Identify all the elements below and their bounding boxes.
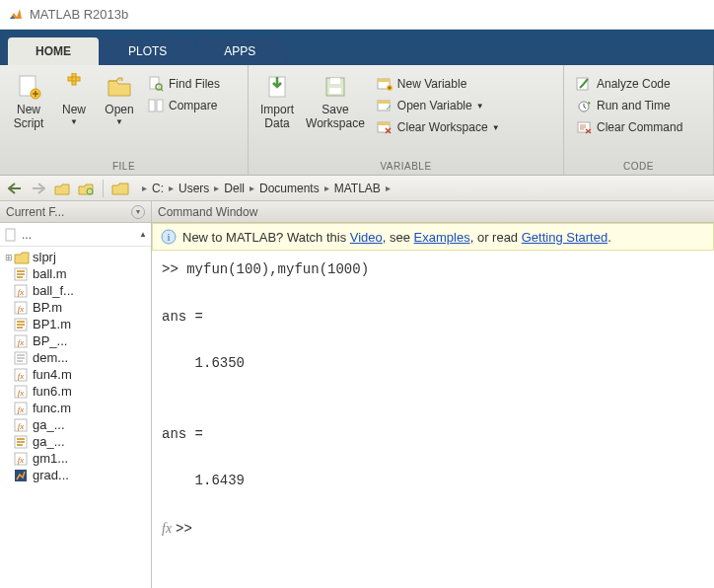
nav-browse-button[interactable] [75, 179, 97, 198]
current-folder-panel: Current F... ▾ ... ▲ ⊞slprjball.mfxball_… [0, 201, 152, 588]
nav-up-button[interactable] [51, 179, 73, 198]
clear-commands-label: Clear Command [597, 120, 682, 134]
file-type-icon: fx [14, 334, 30, 348]
import-data-button[interactable]: Import Data [254, 69, 300, 134]
open-button[interactable]: Open ▼ [97, 69, 142, 130]
ribbon-group-variable-label: VARIABLE [249, 159, 563, 175]
svg-rect-30 [17, 276, 23, 278]
video-link[interactable]: Video [350, 230, 383, 245]
chevron-down-icon: ▼ [70, 117, 78, 126]
svg-text:fx: fx [18, 337, 25, 347]
svg-text:fx: fx [18, 371, 25, 381]
svg-text:fx: fx [18, 287, 25, 297]
run-and-time-icon [576, 98, 592, 113]
run-and-time-button[interactable]: Run and Time [570, 95, 688, 116]
file-item[interactable]: fxfun6.m [2, 383, 149, 400]
ribbon-group-code: Analyze Code Run and Time Clear Command … [564, 65, 714, 175]
breadcrumb-seg[interactable]: Dell [224, 182, 245, 195]
file-type-icon: fx [14, 368, 30, 382]
file-type-icon: fx [14, 301, 30, 315]
getting-started-link[interactable]: Getting Started [522, 230, 607, 245]
current-folder-header: Current F... ▾ [0, 201, 151, 223]
file-item[interactable]: dem... [2, 349, 149, 366]
address-bar: ▸ C: ▸ Users ▸ Dell ▸ Documents ▸ MATLAB… [0, 176, 714, 201]
command-window-panel: Command Window i New to MATLAB? Watch th… [152, 201, 714, 588]
new-script-label: New Script [14, 103, 44, 130]
analyze-code-button[interactable]: Analyze Code [570, 73, 688, 95]
file-name: ball_f... [33, 283, 74, 298]
find-files-button[interactable]: Find Files [142, 73, 226, 95]
find-files-icon [148, 76, 164, 92]
file-type-icon [14, 267, 30, 281]
doc-icon[interactable] [4, 228, 18, 242]
clear-workspace-button[interactable]: Clear Workspace ▼ [371, 116, 506, 138]
welcome-info-bar: i New to MATLAB? Watch this Video, see E… [152, 223, 714, 251]
file-name: ball.m [33, 266, 67, 281]
file-item[interactable]: fxBP_... [2, 332, 149, 349]
expand-icon[interactable]: ⊞ [4, 253, 14, 262]
tab-plots[interactable]: PLOTS [101, 37, 194, 65]
tab-apps[interactable]: APPS [196, 37, 283, 65]
svg-rect-6 [150, 77, 159, 89]
command-window-content[interactable]: >> myfun(100),myfun(1000) ans = 1.6350 a… [152, 251, 714, 588]
file-name: grad... [33, 468, 69, 482]
ans-value: 1.6439 [162, 470, 704, 493]
compare-icon [148, 98, 164, 113]
file-item[interactable]: fxfunc.m [2, 400, 149, 416]
svg-rect-16 [378, 79, 390, 82]
svg-rect-37 [17, 324, 25, 326]
svg-rect-38 [17, 327, 23, 329]
chevron-down-icon: ▼ [476, 102, 484, 110]
command-window-header: Command Window [152, 201, 714, 223]
svg-text:fx: fx [18, 404, 25, 414]
examples-link[interactable]: Examples [414, 230, 470, 245]
file-item[interactable]: fxball_f... [2, 282, 149, 299]
file-name: dem... [33, 350, 68, 365]
ribbon-group-file-label: FILE [0, 159, 248, 175]
tab-home[interactable]: HOME [8, 37, 99, 65]
new-variable-button[interactable]: New Variable [371, 73, 506, 95]
current-folder-title: Current F... [6, 205, 64, 219]
new-button[interactable]: New ▼ [51, 69, 97, 130]
svg-rect-28 [17, 270, 25, 272]
svg-line-8 [161, 89, 163, 91]
open-variable-button[interactable]: Open Variable ▼ [371, 95, 506, 116]
new-plus-icon [60, 73, 88, 101]
file-item[interactable]: fxBP.m [2, 299, 149, 316]
clear-commands-button[interactable]: Clear Command [570, 116, 688, 138]
file-item[interactable]: BP1.m [2, 316, 149, 332]
svg-rect-36 [17, 321, 25, 323]
breadcrumb-seg[interactable]: C: [152, 182, 164, 195]
folder-icon [111, 182, 129, 195]
ribbon: New Script New ▼ Open ▼ Find Files Comp [0, 65, 714, 176]
new-script-button[interactable]: New Script [6, 69, 51, 134]
breadcrumb-seg[interactable]: Users [178, 182, 209, 195]
file-item[interactable]: grad... [2, 467, 149, 483]
file-item[interactable]: fxgm1... [2, 450, 149, 467]
new-variable-label: New Variable [397, 77, 466, 91]
file-item[interactable]: fxga_... [2, 416, 149, 433]
ribbon-group-file: New Script New ▼ Open ▼ Find Files Comp [0, 65, 249, 175]
file-type-icon [14, 251, 30, 264]
breadcrumb-seg[interactable]: MATLAB [334, 182, 381, 195]
file-item[interactable]: ga_... [2, 433, 149, 450]
file-type-icon [14, 435, 30, 449]
compare-button[interactable]: Compare [142, 95, 226, 116]
svg-text:i: i [167, 231, 170, 243]
file-type-icon: fx [14, 418, 30, 432]
import-data-label: Import Data [260, 103, 294, 130]
svg-rect-56 [17, 444, 23, 446]
clear-workspace-icon [377, 119, 393, 135]
chevron-down-icon[interactable]: ▲ [139, 230, 147, 239]
file-item[interactable]: ball.m [2, 265, 149, 282]
cmd-prompt: >> [176, 521, 192, 537]
fx-icon[interactable]: fx [162, 521, 172, 536]
file-item[interactable]: ⊞slprj [2, 249, 149, 265]
panel-menu-button[interactable]: ▾ [131, 205, 145, 219]
file-item[interactable]: fxfun4.m [2, 366, 149, 383]
save-workspace-button[interactable]: Save Workspace [300, 69, 371, 134]
nav-back-button[interactable] [4, 179, 26, 198]
breadcrumb-seg[interactable]: Documents [259, 182, 320, 195]
svg-rect-10 [157, 100, 163, 111]
nav-forward-button[interactable] [28, 179, 49, 198]
